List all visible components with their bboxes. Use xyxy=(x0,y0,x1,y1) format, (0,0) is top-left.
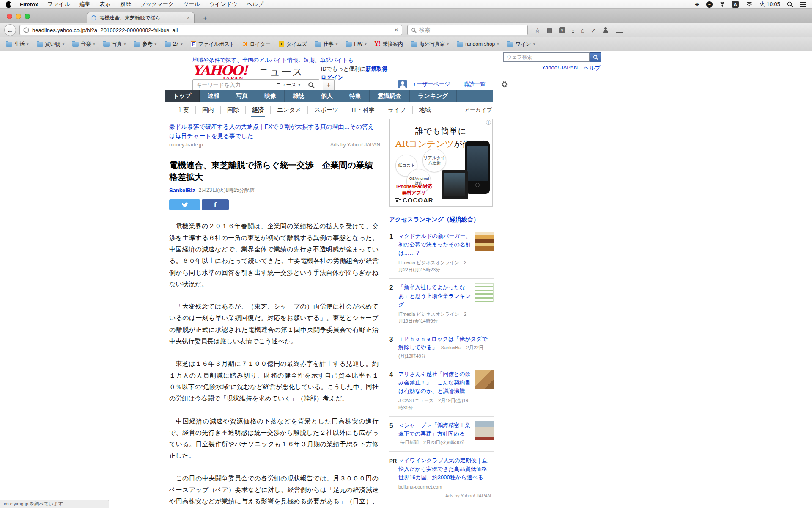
bookmark-folder-life[interactable]: 生活▾ xyxy=(6,41,29,48)
archive-link[interactable]: アーカイブ xyxy=(464,106,492,114)
twitter-share-button[interactable] xyxy=(169,199,200,210)
menu-file[interactable]: ファイル xyxy=(47,0,70,8)
ranking-link[interactable]: アリさん引越社「同僚との飲み会禁止！」 こんな契約書は有効なのか、と議論沸騰 xyxy=(398,371,471,394)
apple-menu-icon[interactable] xyxy=(6,1,11,8)
input-source-icon[interactable]: A xyxy=(732,1,739,8)
bookmark-folder-work[interactable]: 仕事▾ xyxy=(315,41,338,48)
menu-bookmarks[interactable]: ブックマーク xyxy=(140,0,174,8)
nav-tab-video[interactable]: 映像 xyxy=(256,90,285,102)
bookmark-folder-random-shop[interactable]: random shop▾ xyxy=(457,41,499,47)
nav-tab-poll[interactable]: 意識調査 xyxy=(370,90,410,102)
menu-history[interactable]: 履歴 xyxy=(120,0,131,8)
url-text[interactable]: headlines.yahoo.co.jp/hl?a=20160222-0000… xyxy=(32,27,391,33)
signup-link[interactable]: 新規取得 xyxy=(365,66,387,72)
subnav-economy[interactable]: 経済 xyxy=(246,106,271,114)
bookmark-folder-27[interactable]: 27▾ xyxy=(165,41,183,47)
menu-window[interactable]: ウインドウ xyxy=(209,0,238,8)
user-avatar-icon[interactable] xyxy=(398,80,407,88)
ranking-thumbnail-building[interactable] xyxy=(475,421,494,440)
share-icon[interactable]: ↗ xyxy=(591,27,596,33)
ranking-thumbnail-list[interactable] xyxy=(475,283,494,302)
ranking-thumbnail-burger[interactable] xyxy=(475,232,494,251)
close-window-button[interactable] xyxy=(7,14,12,19)
help-link[interactable]: ヘルプ xyxy=(584,64,601,72)
ad-info-icon[interactable]: i xyxy=(486,120,491,125)
sidebar-ad[interactable]: i 誰でも簡単に ARコンテンツが作り放題。 低コスト リアルタイム更新 iOS… xyxy=(389,119,493,207)
menu-help[interactable]: ヘルプ xyxy=(247,0,263,8)
ranking-link[interactable]: ＜シャープ＞「鴻海精密工業傘下での再建」方針固める xyxy=(398,422,470,437)
menu-edit[interactable]: 編集 xyxy=(80,0,91,8)
wifi-icon[interactable] xyxy=(746,2,753,7)
subnav-domestic[interactable]: 国内 xyxy=(196,106,221,114)
search-scope-dropdown[interactable]: ニュース ▾ xyxy=(272,80,304,90)
nav-tab-flash[interactable]: 速報 xyxy=(200,90,228,102)
bookmark-folder-wine[interactable]: ワイン▾ xyxy=(507,41,535,48)
home-icon[interactable]: ⌂ xyxy=(581,27,584,33)
yahoo-news-logo[interactable]: YAHOO! JAPAN xyxy=(192,64,256,77)
bookmark-reuters[interactable]: ロイター xyxy=(243,41,271,48)
antenna-icon[interactable] xyxy=(719,2,725,7)
back-button[interactable]: ← xyxy=(4,24,16,36)
bookmark-folder-hw[interactable]: HW▾ xyxy=(346,41,367,47)
add-search-button[interactable]: + xyxy=(323,79,335,91)
dropbox-icon[interactable]: ❖ xyxy=(694,1,700,8)
ranking-link[interactable]: マクドナルドの新バーガー、初の公募で決まったその名前は……？ xyxy=(398,233,471,256)
nav-tab-top[interactable]: トップ xyxy=(165,90,200,102)
account-icon[interactable] xyxy=(603,27,609,33)
facebook-share-button[interactable]: f xyxy=(202,199,229,210)
minimize-window-button[interactable] xyxy=(16,14,21,19)
menu-hamburger-icon[interactable] xyxy=(616,28,623,33)
bookmark-folder-shopping[interactable]: 買い物▾ xyxy=(37,41,65,48)
subnav-local[interactable]: 地域 xyxy=(413,106,437,114)
user-page-link[interactable]: ユーザーページ xyxy=(411,80,450,88)
subnav-major[interactable]: 主要 xyxy=(171,106,196,114)
settings-gear-icon[interactable] xyxy=(501,80,508,88)
top-ad-link[interactable]: 豪ドル暴落で破産する人の共通点｜FXで９割が大損する真の理由…その答えは毎日チャ… xyxy=(169,122,377,141)
subnav-it-science[interactable]: IT・科学 xyxy=(345,106,381,114)
downloads-icon[interactable]: ↓ xyxy=(572,27,575,33)
bookmark-folder-reference[interactable]: 参考▾ xyxy=(134,41,156,48)
menu-firefox[interactable]: Firefox xyxy=(20,1,38,8)
subnav-entertainment[interactable]: エンタメ xyxy=(271,106,308,114)
news-search-button[interactable] xyxy=(304,80,319,90)
pocket-icon[interactable]: ∨ xyxy=(559,27,565,33)
bookmark-star-icon[interactable]: ☆ xyxy=(535,27,540,33)
bookmark-filepost[interactable]: Fファイルポスト xyxy=(191,41,235,48)
subnav-life[interactable]: ライフ xyxy=(381,106,413,114)
bookmark-folder-music[interactable]: 音楽▾ xyxy=(72,41,95,48)
nav-tab-magazine[interactable]: 雑誌 xyxy=(285,90,313,102)
browser-search-field[interactable]: 検索 xyxy=(407,25,528,35)
tab-close-icon[interactable]: ✕ xyxy=(187,15,190,21)
subscriptions-link[interactable]: 購読一覧 xyxy=(464,80,486,88)
ranking-thumbnail-boxes[interactable] xyxy=(475,370,494,389)
url-bar[interactable]: headlines.yahoo.co.jp/hl?a=20160222-0000… xyxy=(19,25,402,35)
stop-loading-icon[interactable]: ✕ xyxy=(394,27,398,33)
spotlight-icon[interactable] xyxy=(787,1,793,7)
web-search-input[interactable]: ウェブ検索 xyxy=(503,52,590,62)
bookmarks-panel-icon[interactable]: ▤ xyxy=(546,27,552,33)
menu-tools[interactable]: ツール xyxy=(183,0,200,8)
ads-by-label[interactable]: Ads by Yahoo! JAPAN xyxy=(398,493,491,498)
zoom-window-button[interactable] xyxy=(25,14,30,19)
news-search-input[interactable]: キーワードを入力 xyxy=(193,80,272,90)
bookmark-folder-overseas-photo[interactable]: 海外写真家▾ xyxy=(411,41,449,48)
ranking-link[interactable]: 「新卒入社してよかったなあ」と思う上場企業ランキング xyxy=(398,284,471,307)
nav-tab-individual[interactable]: 個人 xyxy=(313,90,341,102)
nav-tab-ranking[interactable]: ランキング xyxy=(410,90,457,102)
subnav-sports[interactable]: スポーツ xyxy=(308,106,345,114)
browser-tab[interactable]: 電機連合、東芝離脱で揺ら... ✕ xyxy=(87,12,195,23)
notification-center-icon[interactable] xyxy=(800,2,806,7)
web-search-button[interactable] xyxy=(590,52,601,62)
menu-view[interactable]: 表示 xyxy=(100,0,111,8)
subnav-world[interactable]: 国際 xyxy=(221,106,246,114)
pr-link[interactable]: マイワインクラブ人気の定期便｜直輸入だから実現できた高品質低価格世界16カ国、約… xyxy=(398,457,487,480)
menubar-clock[interactable]: 火 10:05 xyxy=(760,0,780,8)
new-tab-button[interactable]: + xyxy=(199,13,211,23)
ads-by-label[interactable]: Ads by Yahoo! JAPAN xyxy=(330,142,380,148)
bookmark-transit[interactable]: Y!乗換案内 xyxy=(375,41,403,48)
creative-cloud-icon[interactable]: ∞ xyxy=(706,1,713,8)
bookmark-folder-photo[interactable]: 写真▾ xyxy=(103,41,126,48)
yahoo-japan-link[interactable]: Yahoo! JAPAN xyxy=(542,64,578,72)
bookmark-times[interactable]: Tタイムズ xyxy=(279,41,307,48)
article-source-link[interactable]: SankeiBiz xyxy=(169,187,195,193)
